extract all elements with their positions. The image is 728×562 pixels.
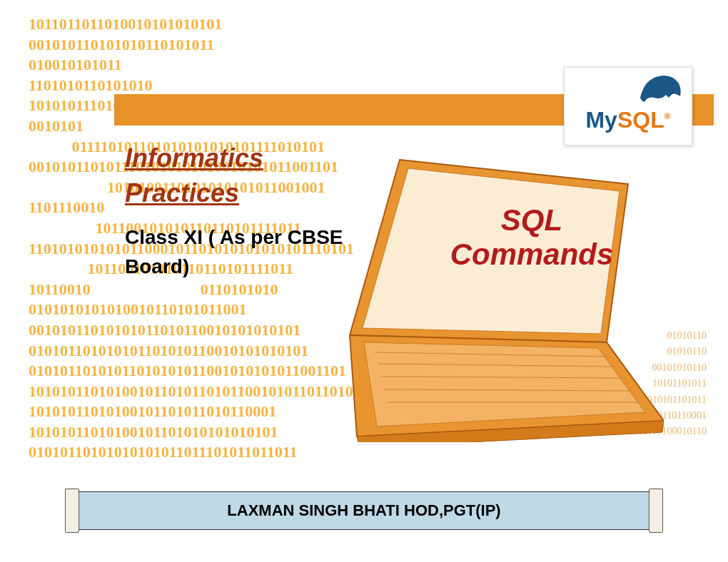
laptop-illustration: SQL Commands (307, 150, 664, 442)
mysql-registered-icon: ® (664, 111, 671, 121)
dolphin-icon (637, 73, 684, 105)
footer-author: LAXMAN SINGH BHATI HOD,PGT(IP) (227, 501, 500, 520)
footer-banner: LAXMAN SINGH BHATI HOD,PGT(IP) (77, 491, 651, 530)
mysql-logo-prefix: My (585, 107, 617, 133)
laptop-screen-title: SQL Commands (439, 203, 625, 272)
scroll-cap-left (65, 489, 79, 533)
scroll-cap-right (649, 489, 663, 533)
mysql-logo: MySQL® (564, 67, 692, 145)
mysql-logo-suffix: SQL (617, 107, 664, 133)
